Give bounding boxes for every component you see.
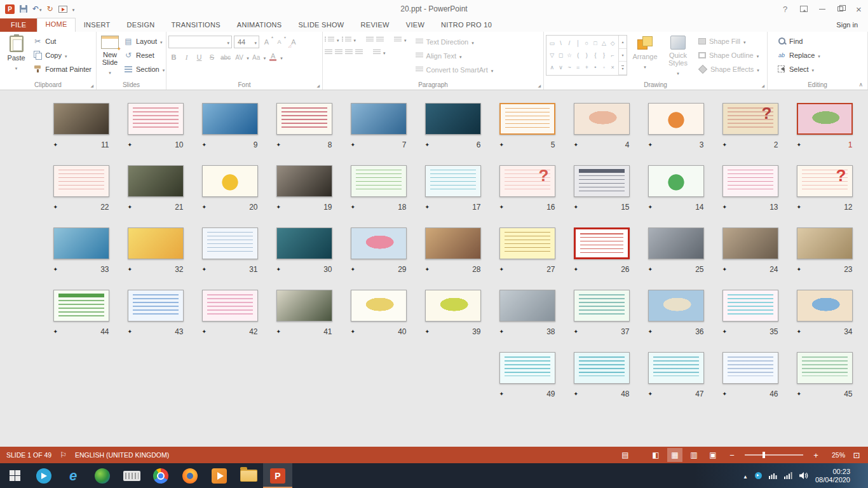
animation-star-icon[interactable]: ✦ [499,329,505,335]
animation-star-icon[interactable]: ✦ [53,266,58,273]
fit-slide-to-window-button[interactable] [849,448,864,462]
animation-star-icon[interactable]: ✦ [276,204,281,210]
language-label[interactable]: ENGLISH (UNITED KINGDOM) [75,451,169,459]
paste-button[interactable]: Paste [2,32,31,74]
close-button[interactable] [850,0,868,18]
slide-thumbnail-7[interactable] [351,103,407,135]
taskbar-chrome[interactable] [146,463,175,488]
slide-thumbnail-27[interactable] [499,227,555,259]
animation-star-icon[interactable]: ✦ [425,204,430,210]
slide-thumbnail-15[interactable] [574,165,630,197]
find-button[interactable]: Find [775,35,823,47]
slide-thumbnail-18[interactable] [351,165,407,197]
paragraph-dialog-launcher[interactable] [536,83,541,88]
tab-view[interactable]: VIEW [398,18,433,32]
redo-button[interactable] [47,4,53,13]
slide-thumbnail-34[interactable] [797,290,853,322]
animation-star-icon[interactable]: ✦ [797,391,802,397]
tray-telegram-icon[interactable] [755,472,762,479]
slide-thumbnail-11[interactable] [53,103,109,135]
notes-button[interactable] [618,448,633,462]
taskbar-media-player[interactable] [205,463,234,488]
animation-star-icon[interactable]: ✦ [276,142,281,148]
slide-thumbnail-16[interactable]: ? [499,165,555,197]
animation-star-icon[interactable]: ✦ [128,266,133,273]
animation-star-icon[interactable]: ✦ [722,329,728,335]
zoom-slider[interactable] [745,454,803,456]
slide-thumbnail-46[interactable] [722,352,778,384]
animation-star-icon[interactable]: ✦ [722,204,728,210]
slide-thumbnail-32[interactable] [128,227,184,259]
slide-thumbnail-38[interactable] [499,290,555,322]
animation-star-icon[interactable]: ✦ [722,391,728,397]
restore-button[interactable] [831,0,850,18]
slide-thumbnail-2[interactable]: ? [722,103,778,135]
drawing-dialog-launcher[interactable] [759,83,764,88]
animation-star-icon[interactable]: ✦ [648,142,653,148]
slide-thumbnail-6[interactable] [425,103,481,135]
reading-view-button[interactable] [686,448,702,462]
new-slide-button[interactable]: New Slide [98,32,121,76]
animation-star-icon[interactable]: ✦ [425,329,430,335]
animation-star-icon[interactable]: ✦ [351,329,356,335]
minimize-button[interactable] [813,0,831,18]
copy-button[interactable]: Copy [31,49,94,61]
animation-star-icon[interactable]: ✦ [797,329,802,335]
animation-star-icon[interactable]: ✦ [797,204,802,210]
clipboard-dialog-launcher[interactable] [88,83,93,88]
animation-star-icon[interactable]: ✦ [128,142,133,148]
animation-star-icon[interactable]: ✦ [202,142,207,148]
animation-star-icon[interactable]: ✦ [574,142,579,148]
zoom-percentage[interactable]: 25% [827,451,845,459]
zoom-slider-handle[interactable] [763,452,765,458]
animation-star-icon[interactable]: ✦ [722,142,728,148]
animation-star-icon[interactable]: ✦ [351,266,356,273]
replace-button[interactable]: Replace [775,49,823,61]
cut-button[interactable]: Cut [31,35,94,47]
slide-thumbnail-30[interactable] [276,227,332,259]
taskbar-browser-ball[interactable] [88,463,117,488]
animation-star-icon[interactable]: ✦ [574,266,579,273]
slide-thumbnail-22[interactable] [53,165,109,197]
slide-thumbnail-8[interactable] [276,103,332,135]
animation-star-icon[interactable]: ✦ [128,329,133,335]
animation-star-icon[interactable]: ✦ [499,266,505,273]
slide-thumbnail-28[interactable] [425,227,481,259]
animation-star-icon[interactable]: ✦ [53,329,58,335]
slide-thumbnail-4[interactable] [574,103,630,135]
animation-star-icon[interactable]: ✦ [648,329,653,335]
animation-star-icon[interactable]: ✦ [53,204,58,210]
slide-thumbnail-14[interactable] [648,165,704,197]
tab-home[interactable]: HOME [37,18,75,32]
slide-thumbnail-41[interactable] [276,290,332,322]
slide-thumbnail-49[interactable] [499,352,555,384]
slide-sorter-view-button[interactable] [667,448,682,462]
animation-star-icon[interactable]: ✦ [425,142,430,148]
animation-star-icon[interactable]: ✦ [499,204,505,210]
taskbar-on-screen-keyboard[interactable] [117,463,146,488]
animation-star-icon[interactable]: ✦ [648,266,653,273]
slide-thumbnail-33[interactable] [53,227,109,259]
slide-thumbnail-40[interactable] [351,290,407,322]
animation-star-icon[interactable]: ✦ [499,142,505,148]
slide-thumbnail-44[interactable] [53,290,109,322]
slide-thumbnail-3[interactable] [648,103,704,135]
slide-thumbnail-17[interactable] [425,165,481,197]
proofing-language-icon[interactable] [60,451,67,459]
animation-star-icon[interactable]: ✦ [722,266,728,273]
tab-nitro-pro[interactable]: NITRO PRO 10 [433,18,500,32]
taskbar-firefox[interactable] [175,463,205,488]
taskbar-telegram[interactable] [29,463,58,488]
slide-thumbnail-47[interactable] [648,352,704,384]
tab-transitions[interactable]: TRANSITIONS [163,18,229,32]
speaker-icon[interactable] [799,472,808,479]
animation-star-icon[interactable]: ✦ [797,142,802,148]
slide-thumbnail-12[interactable]: ? [797,165,853,197]
section-button[interactable]: Section [121,63,167,75]
tray-expand-icon[interactable] [743,472,748,480]
tray-activity-icon[interactable] [769,472,777,479]
slide-thumbnail-1[interactable] [797,103,853,135]
slide-thumbnail-36[interactable] [648,290,704,322]
zoom-out-button[interactable] [724,448,740,462]
animation-star-icon[interactable]: ✦ [128,204,133,210]
